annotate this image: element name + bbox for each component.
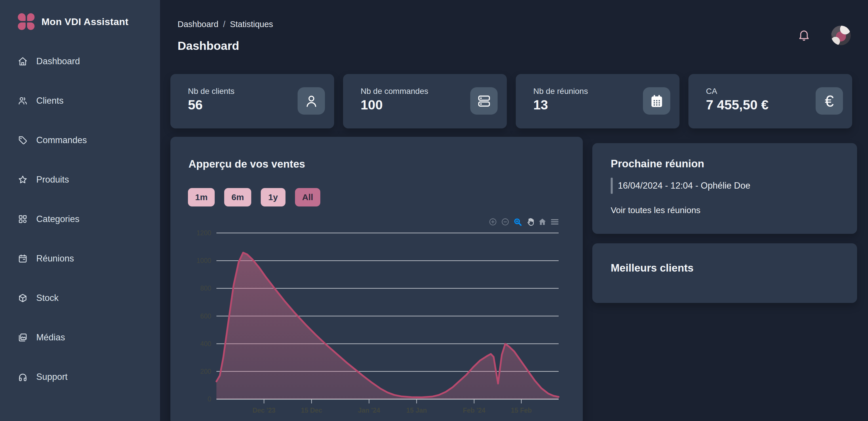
stat-card-reunions: Nb de réunions 13 xyxy=(516,74,680,128)
chart-toolbar xyxy=(488,217,559,226)
next-meeting-title: Prochaine réunion xyxy=(611,157,839,170)
y-axis-label: 400 xyxy=(200,340,211,348)
sidebar-item-categories[interactable]: Categories xyxy=(0,209,160,229)
sidebar: Mon VDI Assistant Dashboard Clients Comm… xyxy=(0,0,160,421)
stats-row: Nb de clients 56 Nb de commandes 100 Nb … xyxy=(170,74,852,128)
grid-icon xyxy=(18,214,28,224)
star-icon xyxy=(18,175,28,185)
package-icon xyxy=(18,293,28,303)
breadcrumb: Dashboard / Statistiques xyxy=(178,20,273,29)
sidebar-nav: Dashboard Clients Commandes Produits Cat… xyxy=(0,52,160,407)
selection-zoom-icon[interactable] xyxy=(513,217,522,226)
euro-icon: € xyxy=(816,87,843,115)
x-axis-label: 15 Feb xyxy=(511,407,532,414)
best-clients-title: Meilleurs clients xyxy=(611,262,839,274)
stat-label: Nb de commandes xyxy=(361,87,428,96)
sidebar-item-label: Clients xyxy=(36,96,64,106)
logo-petal xyxy=(27,13,35,21)
sidebar-item-dashboard[interactable]: Dashboard xyxy=(0,52,160,71)
filter-all-button[interactable]: All xyxy=(295,188,320,207)
sidebar-item-label: Dashboard xyxy=(36,56,80,66)
pan-icon[interactable] xyxy=(526,217,534,226)
sidebar-item-label: Categories xyxy=(36,214,80,224)
images-icon xyxy=(18,333,28,342)
sales-area-chart[interactable]: 020040060080010001200Dec '2315 DecJan '2… xyxy=(216,233,559,399)
sidebar-item-label: Support xyxy=(36,372,68,382)
y-axis-label: 0 xyxy=(208,395,211,403)
sidebar-item-medias[interactable]: Médias xyxy=(0,328,160,347)
logo-petal xyxy=(18,13,26,21)
app-logo[interactable]: Mon VDI Assistant xyxy=(18,13,128,30)
sidebar-item-label: Médias xyxy=(36,332,65,343)
best-clients-card: Meilleurs clients xyxy=(592,243,857,303)
y-axis-label: 600 xyxy=(200,312,211,320)
server-icon xyxy=(470,87,498,115)
sidebar-item-label: Commandes xyxy=(36,135,87,145)
stat-value: 7 455,50 € xyxy=(706,97,768,113)
user-avatar[interactable] xyxy=(831,26,851,45)
sidebar-item-support[interactable]: Support xyxy=(0,367,160,387)
stat-card-commandes: Nb de commandes 100 xyxy=(343,74,507,128)
sidebar-item-stock[interactable]: Stock xyxy=(0,288,160,308)
x-axis-label: Jan '24 xyxy=(358,407,380,414)
range-filters: 1m 6m 1y All xyxy=(188,188,320,207)
x-axis-label: 15 Dec xyxy=(301,407,322,414)
sidebar-item-clients[interactable]: Clients xyxy=(0,91,160,111)
x-axis-label: 15 Jan xyxy=(406,407,427,414)
sidebar-item-label: Réunions xyxy=(36,253,74,264)
app-title: Mon VDI Assistant xyxy=(41,16,128,27)
sidebar-item-reunions[interactable]: Réunions xyxy=(0,249,160,268)
stat-value: 100 xyxy=(361,97,383,113)
breadcrumb-statistiques[interactable]: Statistiques xyxy=(230,20,273,29)
user-icon xyxy=(298,87,325,115)
breadcrumb-separator: / xyxy=(223,20,225,29)
x-axis-label: Feb '24 xyxy=(463,407,485,414)
users-icon xyxy=(18,96,28,106)
stat-card-clients: Nb de clients 56 xyxy=(170,74,334,128)
sales-chart-title: Apperçu de vos ventes xyxy=(188,158,305,170)
breadcrumb-dashboard[interactable]: Dashboard xyxy=(178,20,218,29)
sales-chart-card: Apperçu de vos ventes 1m 6m 1y All 02004… xyxy=(170,137,583,421)
flower-logo-icon xyxy=(18,13,34,30)
filter-6m-button[interactable]: 6m xyxy=(224,188,251,207)
y-axis-label: 1200 xyxy=(196,229,211,237)
home-icon xyxy=(18,56,28,66)
logo-petal xyxy=(27,23,35,30)
tag-icon xyxy=(18,136,28,145)
headphones-icon xyxy=(18,372,28,382)
sidebar-item-label: Produits xyxy=(36,175,69,185)
page-title: Dashboard xyxy=(178,39,239,53)
sidebar-item-produits[interactable]: Produits xyxy=(0,170,160,189)
calendar-icon xyxy=(18,254,28,264)
stat-label: CA xyxy=(706,87,717,96)
see-all-meetings-link[interactable]: Voir toutes les réunions xyxy=(611,205,701,215)
y-axis-label: 1000 xyxy=(196,257,211,265)
filter-1y-button[interactable]: 1y xyxy=(261,188,285,207)
logo-petal xyxy=(18,23,26,30)
meeting-entry-marker xyxy=(611,178,613,194)
notifications-bell-icon[interactable] xyxy=(797,28,811,41)
meeting-entry: 16/04/2024 - 12:04 - Ophélie Doe xyxy=(611,178,839,194)
y-axis-label: 200 xyxy=(200,367,211,375)
sidebar-item-label: Stock xyxy=(36,293,59,303)
home-reset-icon[interactable] xyxy=(538,217,547,226)
calendar-icon xyxy=(643,87,670,115)
menu-icon[interactable] xyxy=(550,217,559,226)
stat-value: 13 xyxy=(533,97,548,113)
zoom-in-icon[interactable] xyxy=(488,217,497,226)
x-axis-label: Dec '23 xyxy=(252,407,275,414)
y-axis-label: 800 xyxy=(200,284,211,292)
chart-canvas xyxy=(216,233,559,399)
stat-card-ca: CA 7 455,50 € € xyxy=(688,74,852,128)
stat-value: 56 xyxy=(188,97,203,113)
zoom-out-icon[interactable] xyxy=(501,217,510,226)
filter-1m-button[interactable]: 1m xyxy=(188,188,215,207)
next-meeting-card: Prochaine réunion 16/04/2024 - 12:04 - O… xyxy=(592,143,857,234)
meeting-entry-text: 16/04/2024 - 12:04 - Ophélie Doe xyxy=(618,181,750,191)
sidebar-item-commandes[interactable]: Commandes xyxy=(0,130,160,150)
stat-label: Nb de réunions xyxy=(533,87,588,96)
stat-label: Nb de clients xyxy=(188,87,235,96)
sales-area-fill xyxy=(216,252,559,399)
